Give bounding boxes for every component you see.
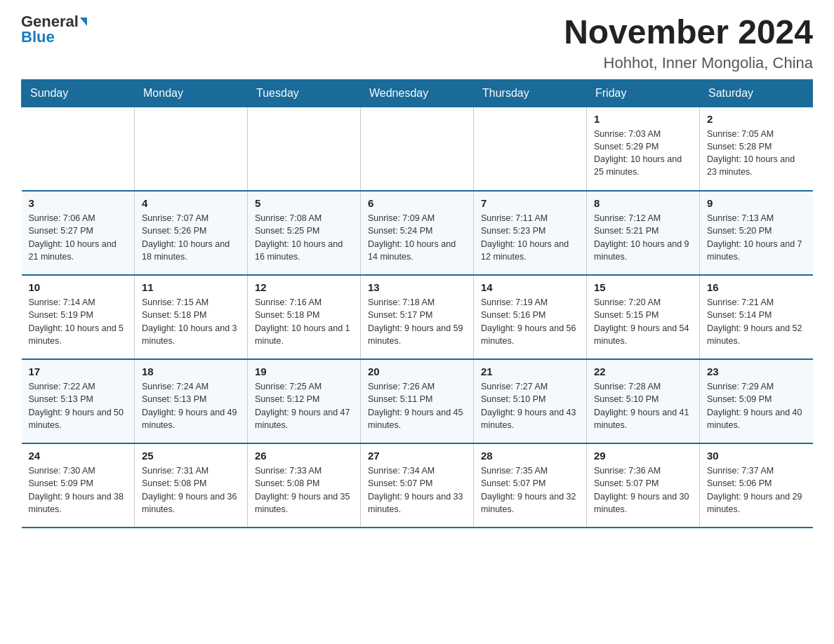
day-number: 22 <box>594 365 692 377</box>
day-number: 18 <box>142 365 240 377</box>
day-number: 8 <box>594 197 692 209</box>
calendar-cell: 30Sunrise: 7:37 AM Sunset: 5:06 PM Dayli… <box>700 443 813 528</box>
calendar-table: SundayMondayTuesdayWednesdayThursdayFrid… <box>21 79 813 529</box>
column-header-wednesday: Wednesday <box>361 79 474 107</box>
calendar-cell: 18Sunrise: 7:24 AM Sunset: 5:13 PM Dayli… <box>135 359 248 443</box>
calendar-cell: 15Sunrise: 7:20 AM Sunset: 5:15 PM Dayli… <box>587 275 700 359</box>
logo: General Blue <box>21 14 87 45</box>
day-info: Sunrise: 7:21 AM Sunset: 5:14 PM Dayligh… <box>707 296 806 347</box>
calendar-week-row: 24Sunrise: 7:30 AM Sunset: 5:09 PM Dayli… <box>22 443 813 528</box>
day-info: Sunrise: 7:18 AM Sunset: 5:17 PM Dayligh… <box>368 296 466 347</box>
calendar-cell: 2Sunrise: 7:05 AM Sunset: 5:28 PM Daylig… <box>700 107 813 191</box>
day-number: 23 <box>707 365 806 377</box>
calendar-cell: 23Sunrise: 7:29 AM Sunset: 5:09 PM Dayli… <box>700 359 813 443</box>
day-number: 25 <box>142 450 240 462</box>
calendar-cell <box>474 107 587 191</box>
calendar-cell: 1Sunrise: 7:03 AM Sunset: 5:29 PM Daylig… <box>587 107 700 191</box>
day-number: 12 <box>255 281 353 293</box>
column-header-saturday: Saturday <box>700 79 813 107</box>
calendar-cell: 14Sunrise: 7:19 AM Sunset: 5:16 PM Dayli… <box>474 275 587 359</box>
calendar-subtitle: Hohhot, Inner Mongolia, China <box>564 54 813 72</box>
calendar-cell: 9Sunrise: 7:13 AM Sunset: 5:20 PM Daylig… <box>700 191 813 275</box>
column-header-thursday: Thursday <box>474 79 587 107</box>
day-number: 19 <box>255 365 353 377</box>
calendar-week-row: 1Sunrise: 7:03 AM Sunset: 5:29 PM Daylig… <box>22 107 813 191</box>
day-info: Sunrise: 7:15 AM Sunset: 5:18 PM Dayligh… <box>142 296 240 347</box>
calendar-cell: 10Sunrise: 7:14 AM Sunset: 5:19 PM Dayli… <box>22 275 135 359</box>
day-info: Sunrise: 7:03 AM Sunset: 5:29 PM Dayligh… <box>594 128 692 179</box>
column-header-monday: Monday <box>135 79 248 107</box>
day-info: Sunrise: 7:07 AM Sunset: 5:26 PM Dayligh… <box>142 212 240 263</box>
day-info: Sunrise: 7:26 AM Sunset: 5:11 PM Dayligh… <box>368 380 466 431</box>
calendar-cell: 29Sunrise: 7:36 AM Sunset: 5:07 PM Dayli… <box>587 443 700 528</box>
day-number: 9 <box>707 197 806 209</box>
calendar-cell <box>361 107 474 191</box>
day-number: 6 <box>368 197 466 209</box>
day-number: 30 <box>707 450 806 462</box>
day-info: Sunrise: 7:34 AM Sunset: 5:07 PM Dayligh… <box>368 464 466 516</box>
column-header-sunday: Sunday <box>22 79 135 107</box>
day-number: 17 <box>29 365 128 377</box>
day-number: 5 <box>255 197 353 209</box>
day-info: Sunrise: 7:27 AM Sunset: 5:10 PM Dayligh… <box>481 380 579 431</box>
day-number: 3 <box>29 197 128 209</box>
day-number: 16 <box>707 281 806 293</box>
calendar-cell: 13Sunrise: 7:18 AM Sunset: 5:17 PM Dayli… <box>361 275 474 359</box>
day-info: Sunrise: 7:13 AM Sunset: 5:20 PM Dayligh… <box>707 212 806 263</box>
calendar-cell <box>22 107 135 191</box>
calendar-cell: 11Sunrise: 7:15 AM Sunset: 5:18 PM Dayli… <box>135 275 248 359</box>
calendar-cell: 25Sunrise: 7:31 AM Sunset: 5:08 PM Dayli… <box>135 443 248 528</box>
calendar-cell <box>135 107 248 191</box>
day-info: Sunrise: 7:16 AM Sunset: 5:18 PM Dayligh… <box>255 296 353 347</box>
day-info: Sunrise: 7:33 AM Sunset: 5:08 PM Dayligh… <box>255 464 353 516</box>
day-number: 20 <box>368 365 466 377</box>
calendar-cell: 24Sunrise: 7:30 AM Sunset: 5:09 PM Dayli… <box>22 443 135 528</box>
title-block: November 2024 Hohhot, Inner Mongolia, Ch… <box>564 14 813 72</box>
day-number: 7 <box>481 197 579 209</box>
day-info: Sunrise: 7:14 AM Sunset: 5:19 PM Dayligh… <box>29 296 128 347</box>
day-info: Sunrise: 7:28 AM Sunset: 5:10 PM Dayligh… <box>594 380 692 431</box>
day-info: Sunrise: 7:09 AM Sunset: 5:24 PM Dayligh… <box>368 212 466 263</box>
day-number: 27 <box>368 450 466 462</box>
day-number: 1 <box>594 113 692 125</box>
day-info: Sunrise: 7:06 AM Sunset: 5:27 PM Dayligh… <box>29 212 128 263</box>
day-number: 13 <box>368 281 466 293</box>
logo-general-text: General <box>21 14 79 29</box>
calendar-cell: 28Sunrise: 7:35 AM Sunset: 5:07 PM Dayli… <box>474 443 587 528</box>
day-info: Sunrise: 7:22 AM Sunset: 5:13 PM Dayligh… <box>29 380 128 431</box>
day-info: Sunrise: 7:29 AM Sunset: 5:09 PM Dayligh… <box>707 380 806 431</box>
calendar-cell <box>248 107 361 191</box>
calendar-week-row: 3Sunrise: 7:06 AM Sunset: 5:27 PM Daylig… <box>22 191 813 275</box>
calendar-cell: 8Sunrise: 7:12 AM Sunset: 5:21 PM Daylig… <box>587 191 700 275</box>
day-number: 24 <box>29 450 128 462</box>
day-number: 21 <box>481 365 579 377</box>
day-info: Sunrise: 7:25 AM Sunset: 5:12 PM Dayligh… <box>255 380 353 431</box>
day-info: Sunrise: 7:24 AM Sunset: 5:13 PM Dayligh… <box>142 380 240 431</box>
calendar-cell: 20Sunrise: 7:26 AM Sunset: 5:11 PM Dayli… <box>361 359 474 443</box>
calendar-cell: 26Sunrise: 7:33 AM Sunset: 5:08 PM Dayli… <box>248 443 361 528</box>
calendar-cell: 12Sunrise: 7:16 AM Sunset: 5:18 PM Dayli… <box>248 275 361 359</box>
day-number: 15 <box>594 281 692 293</box>
calendar-cell: 17Sunrise: 7:22 AM Sunset: 5:13 PM Dayli… <box>22 359 135 443</box>
day-info: Sunrise: 7:11 AM Sunset: 5:23 PM Dayligh… <box>481 212 579 263</box>
day-number: 26 <box>255 450 353 462</box>
calendar-cell: 5Sunrise: 7:08 AM Sunset: 5:25 PM Daylig… <box>248 191 361 275</box>
calendar-cell: 7Sunrise: 7:11 AM Sunset: 5:23 PM Daylig… <box>474 191 587 275</box>
day-info: Sunrise: 7:31 AM Sunset: 5:08 PM Dayligh… <box>142 464 240 516</box>
column-header-tuesday: Tuesday <box>248 79 361 107</box>
day-info: Sunrise: 7:08 AM Sunset: 5:25 PM Dayligh… <box>255 212 353 263</box>
calendar-cell: 19Sunrise: 7:25 AM Sunset: 5:12 PM Dayli… <box>248 359 361 443</box>
day-number: 4 <box>142 197 240 209</box>
column-header-friday: Friday <box>587 79 700 107</box>
page-header: General Blue November 2024 Hohhot, Inner… <box>21 14 813 72</box>
day-info: Sunrise: 7:19 AM Sunset: 5:16 PM Dayligh… <box>481 296 579 347</box>
calendar-cell: 21Sunrise: 7:27 AM Sunset: 5:10 PM Dayli… <box>474 359 587 443</box>
calendar-title: November 2024 <box>564 14 813 51</box>
day-info: Sunrise: 7:20 AM Sunset: 5:15 PM Dayligh… <box>594 296 692 347</box>
day-info: Sunrise: 7:05 AM Sunset: 5:28 PM Dayligh… <box>707 128 806 179</box>
day-number: 10 <box>29 281 128 293</box>
day-number: 2 <box>707 113 806 125</box>
day-info: Sunrise: 7:37 AM Sunset: 5:06 PM Dayligh… <box>707 464 806 516</box>
logo-triangle-icon <box>80 18 87 26</box>
calendar-header-row: SundayMondayTuesdayWednesdayThursdayFrid… <box>22 79 813 107</box>
